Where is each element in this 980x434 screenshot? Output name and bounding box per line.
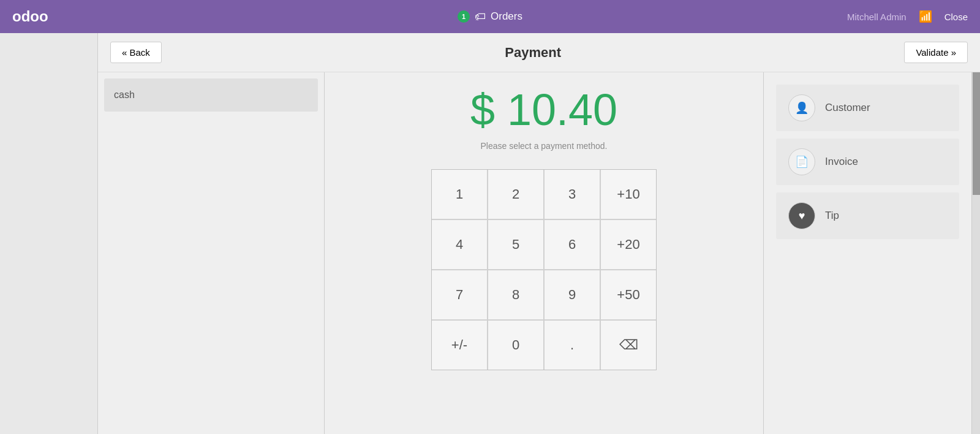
page-title: Payment xyxy=(505,45,561,61)
numpad-key-1[interactable]: 1 xyxy=(432,170,487,219)
amount-display: $ 10.40 xyxy=(470,85,617,135)
numpad-key-8[interactable]: 8 xyxy=(488,270,543,319)
tip-button[interactable]: ♥ Tip xyxy=(776,192,959,239)
numpad-key-4[interactable]: 4 xyxy=(432,220,487,269)
top-bar: « Back Payment Validate » xyxy=(98,33,980,72)
orders-icon: 🏷 xyxy=(475,10,486,23)
header-right: Mitchell Admin 📶 Close xyxy=(847,10,968,23)
logo: odoo xyxy=(12,8,48,25)
numpad-key-2[interactable]: 2 xyxy=(488,170,543,219)
numpad-key-plusminus[interactable]: +/- xyxy=(432,321,487,370)
orders-label: Orders xyxy=(491,10,522,23)
back-button[interactable]: « Back xyxy=(110,42,162,63)
wifi-icon: 📶 xyxy=(919,10,932,23)
payment-center: $ 10.40 Please select a payment method. … xyxy=(325,72,763,434)
main-container: « Back Payment Validate » cash $ 10.40 P… xyxy=(0,33,980,434)
payment-body: cash $ 10.40 Please select a payment met… xyxy=(98,72,980,434)
close-button[interactable]: Close xyxy=(944,12,968,22)
scrollbar-thumb xyxy=(973,72,980,195)
tip-label: Tip xyxy=(825,210,839,222)
numpad-key-plus20[interactable]: +20 xyxy=(601,220,656,269)
customer-button[interactable]: 👤 Customer xyxy=(776,85,959,131)
invoice-label: Invoice xyxy=(825,156,858,168)
numpad-key-plus50[interactable]: +50 xyxy=(601,270,656,319)
numpad-key-backspace[interactable]: ⌫ xyxy=(601,321,656,370)
payment-method-cash[interactable]: cash xyxy=(104,78,318,112)
numpad: 1 2 3 +10 4 5 6 +20 7 8 9 +50 +/- 0 . ⌫ xyxy=(431,169,657,370)
numpad-key-dot[interactable]: . xyxy=(545,321,600,370)
numpad-key-6[interactable]: 6 xyxy=(545,220,600,269)
right-panel: 👤 Customer 📄 Invoice ♥ Tip xyxy=(763,72,971,434)
payment-methods-panel: cash xyxy=(98,72,325,434)
payment-hint: Please select a payment method. xyxy=(480,141,607,151)
content-area: « Back Payment Validate » cash $ 10.40 P… xyxy=(98,33,980,434)
numpad-key-9[interactable]: 9 xyxy=(545,270,600,319)
invoice-icon: 📄 xyxy=(788,148,815,175)
tip-icon: ♥ xyxy=(788,202,815,229)
numpad-key-plus10[interactable]: +10 xyxy=(601,170,656,219)
invoice-button[interactable]: 📄 Invoice xyxy=(776,139,959,185)
orders-badge: 1 xyxy=(458,10,470,23)
numpad-key-0[interactable]: 0 xyxy=(488,321,543,370)
customer-label: Customer xyxy=(825,102,870,114)
numpad-key-5[interactable]: 5 xyxy=(488,220,543,269)
orders-nav[interactable]: 1 🏷 Orders xyxy=(458,10,522,23)
numpad-key-7[interactable]: 7 xyxy=(432,270,487,319)
odoo-logo-text: odoo xyxy=(12,8,48,25)
scrollbar[interactable] xyxy=(971,72,980,434)
left-sidebar xyxy=(0,33,98,434)
admin-name: Mitchell Admin xyxy=(847,12,907,22)
numpad-key-3[interactable]: 3 xyxy=(545,170,600,219)
validate-button[interactable]: Validate » xyxy=(904,42,968,63)
header: odoo 1 🏷 Orders Mitchell Admin 📶 Close xyxy=(0,0,980,33)
customer-icon: 👤 xyxy=(788,94,815,121)
